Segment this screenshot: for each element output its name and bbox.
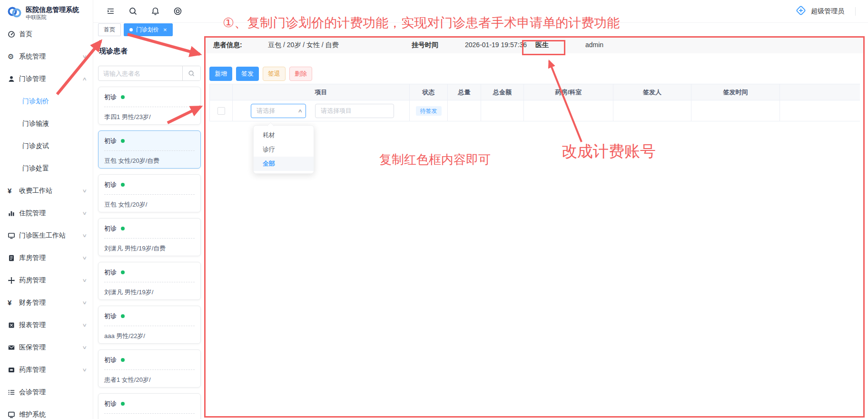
issue-button[interactable]: 签发 — [236, 67, 259, 81]
chevron-down-icon: ∨ — [82, 367, 87, 372]
dropdown-option-耗材[interactable]: 耗材 — [254, 128, 314, 142]
gear-icon: ⚙ — [8, 52, 19, 61]
chevron-down-icon: ∨ — [82, 210, 87, 216]
sidebar-item-reports[interactable]: 报表管理 ∨ — [0, 314, 93, 336]
visit-type-label: 初诊 — [104, 356, 117, 364]
help-ring-icon[interactable] — [173, 7, 182, 16]
patient-card[interactable]: 初诊 — [98, 393, 201, 419]
item-type-dropdown: 耗材诊疗全部 — [253, 125, 314, 174]
table-row: 请选择 ∧ 待签发 — [210, 100, 860, 121]
search-icon[interactable] — [128, 7, 138, 16]
table-header-cell: 总金额 — [481, 84, 524, 100]
patient-card[interactable]: 初诊 豆包 女性/20岁/自费 — [98, 130, 201, 169]
app-logo-row: 医院信息管理系统 中联医院 — [0, 0, 93, 23]
billing-table: 项目状态总量总金额药房/科室签发人签发时间 请选择 ∧ 待签发 — [209, 84, 860, 121]
user-menu[interactable]: 超级管理员 — [795, 5, 868, 18]
status-dot-icon — [121, 314, 125, 318]
table-header-cell: 签发时间 — [691, 84, 780, 100]
delete-button[interactable]: 删除 — [289, 67, 312, 81]
add-button[interactable]: 新增 — [209, 67, 232, 81]
status-dot-icon — [121, 139, 125, 143]
mail-icon — [8, 344, 19, 351]
visit-type-label: 初诊 — [104, 268, 117, 277]
item-type-select[interactable]: 请选择 ∧ — [251, 104, 306, 118]
sidebar-item-consultation[interactable]: 会诊管理 — [0, 381, 93, 403]
main-content: 患者信息: 豆包 / 20岁 / 女性 / 自费 挂号时间 2026-01-19… — [205, 36, 864, 419]
hospital-information-system: 医院信息管理系统 中联医院 首页 ⚙ 系统管理 ∨ 门诊管理 ∧ 门诊划价 门诊… — [0, 0, 868, 419]
topbar: 超级管理员 — [93, 0, 868, 23]
chevron-down-icon: ∨ — [82, 278, 87, 283]
status-dot-icon — [121, 402, 125, 406]
collapse-menu-icon[interactable] — [106, 7, 115, 16]
status-dot-icon — [121, 270, 125, 274]
sidebar-item-infusion[interactable]: 门诊输液 — [0, 112, 93, 135]
status-dot-icon — [121, 183, 125, 187]
bell-icon[interactable] — [150, 7, 160, 16]
tab-home[interactable]: 首页 — [98, 23, 121, 36]
chevron-down-icon: ∨ — [82, 345, 87, 350]
dropdown-option-全部[interactable]: 全部 — [254, 157, 314, 171]
patient-card[interactable]: 初诊 刘潇凡 男性/19岁/ — [98, 262, 201, 300]
sidebar-item-insurance[interactable]: 医保管理 ∨ — [0, 336, 93, 359]
sidebar-item-skin-test[interactable]: 门诊皮试 — [0, 135, 93, 157]
chevron-up-icon: ∧ — [82, 76, 87, 81]
table-header-cell: 药房/科室 — [524, 84, 613, 100]
user-icon — [8, 75, 19, 83]
table-header-cell: 项目 — [233, 84, 410, 100]
active-tab-dot-icon — [129, 28, 133, 31]
item-select-input[interactable] — [315, 104, 394, 118]
drug-icon — [8, 366, 19, 374]
report-icon — [8, 321, 19, 329]
dropdown-option-诊疗[interactable]: 诊疗 — [254, 142, 314, 157]
table-header-cell: 状态 — [410, 84, 448, 100]
status-dot-icon — [121, 227, 125, 230]
patient-card[interactable]: 初诊 李四1 男性/23岁/ — [98, 87, 201, 125]
tabbar: 首页 门诊划价 × — [93, 23, 868, 36]
wrench-icon — [8, 411, 19, 419]
revoke-button[interactable]: 签退 — [263, 67, 286, 81]
sidebar-item-finance[interactable]: ¥ 财务管理 ∨ — [0, 291, 93, 314]
registration-time-label: 挂号时间 — [412, 41, 438, 50]
patient-search — [98, 66, 201, 81]
patient-info-text: 患者1 女性/20岁/ — [104, 370, 195, 384]
patient-info-text: 豆包 女性/20岁/自费 — [104, 151, 195, 165]
bar-chart-icon — [8, 210, 19, 217]
patient-card[interactable]: 初诊 豆包 女性/20岁/ — [98, 174, 201, 212]
chevron-down-icon: ∨ — [82, 233, 87, 238]
sidebar-item-doctor-workstation[interactable]: 门诊医生工作站 ∨ — [0, 224, 93, 247]
sidebar-item-pharmacy[interactable]: 药房管理 ∨ — [0, 269, 93, 291]
yuan-icon: ¥ — [8, 187, 19, 195]
status-dot-icon — [121, 95, 125, 99]
chevron-down-icon: ∨ — [82, 255, 87, 260]
sidebar-item-treatment[interactable]: 门诊处置 — [0, 157, 93, 180]
document-icon — [8, 254, 19, 262]
patient-search-button[interactable] — [182, 66, 200, 80]
sidebar-item-drug-store[interactable]: 药库管理 ∨ — [0, 359, 93, 381]
divider — [855, 7, 856, 16]
sidebar-item-outpatient[interactable]: 门诊管理 ∧ — [0, 68, 93, 90]
patient-info-text — [104, 414, 195, 419]
sidebar-item-pricing[interactable]: 门诊划价 — [0, 90, 93, 112]
table-header-cell: 签发人 — [613, 84, 691, 100]
patient-info-text: aaa 男性/22岁/ — [104, 326, 195, 340]
patient-card[interactable]: 初诊 刘潇凡 男性/19岁/自费 — [98, 218, 201, 256]
sidebar-item-maintenance[interactable]: 维护系统 — [0, 403, 93, 419]
dashboard-icon — [8, 30, 19, 38]
patient-card[interactable]: 初诊 患者1 女性/20岁/ — [98, 349, 201, 388]
sidebar-item-system[interactable]: ⚙ 系统管理 ∨ — [0, 45, 93, 68]
visit-type-label: 初诊 — [104, 93, 117, 101]
close-tab-icon[interactable]: × — [163, 27, 167, 33]
chevron-up-icon: ∧ — [297, 108, 303, 113]
sidebar-item-inpatient[interactable]: 住院管理 ∨ — [0, 202, 93, 224]
patient-search-input[interactable] — [99, 66, 182, 80]
status-dot-icon — [121, 358, 125, 362]
sidebar-item-warehouse[interactable]: 库房管理 ∨ — [0, 247, 93, 269]
patient-info-value: 豆包 / 20岁 / 女性 / 自费 — [268, 41, 339, 50]
patient-card-list: 初诊 李四1 男性/23岁/ 初诊 豆包 女性/20岁/自费 初诊 豆包 女性/… — [98, 87, 201, 419]
toolbar: 新增 签发 签退 删除 — [209, 67, 312, 81]
sidebar-item-charging[interactable]: ¥ 收费工作站 ∨ — [0, 180, 93, 202]
sidebar-item-home[interactable]: 首页 — [0, 23, 93, 45]
row-checkbox[interactable] — [217, 107, 225, 115]
tab-outpatient-pricing[interactable]: 门诊划价 × — [124, 23, 173, 36]
patient-card[interactable]: 初诊 aaa 男性/22岁/ — [98, 306, 201, 344]
